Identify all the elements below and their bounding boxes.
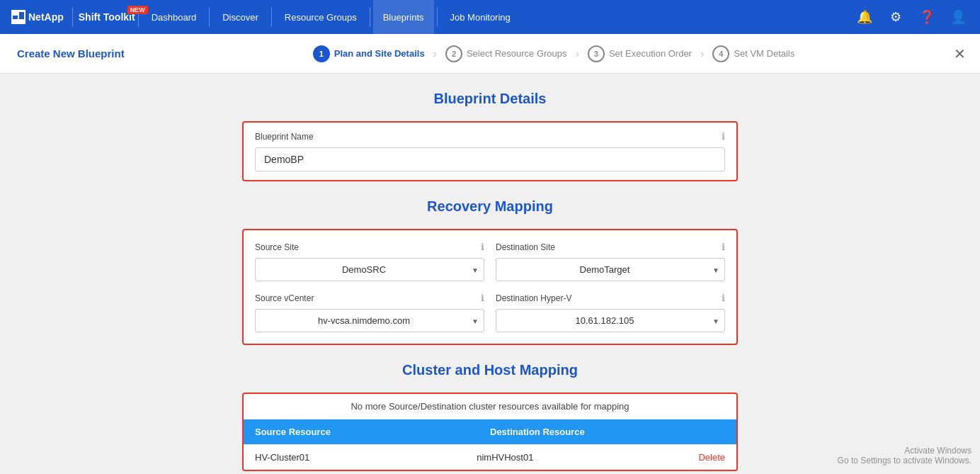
blueprint-name-input[interactable] — [255, 147, 725, 171]
wizard-step-4[interactable]: 4 Set VM Details — [712, 45, 794, 62]
bell-icon[interactable]: 🔔 — [854, 6, 875, 28]
nav-discover[interactable]: Discover — [212, 0, 268, 34]
cluster-notice: No more Source/Destination cluster resou… — [244, 394, 736, 419]
step-circle-3: 3 — [588, 45, 605, 62]
blueprint-name-info-icon: ℹ — [722, 131, 725, 142]
cluster-col-destination-header: Destination Resource — [490, 427, 725, 437]
destination-hyperv-info-icon: ℹ — [722, 293, 725, 303]
nav-divider-3 — [209, 7, 210, 27]
wizard-header: Create New Blueprint 1 Plan and Site Det… — [0, 34, 980, 74]
shift-toolkit-badge: Shift Toolkit NEW — [79, 11, 135, 23]
destination-hyperv-label-row: Destination Hyper-V ℹ — [496, 293, 725, 303]
navbar-right: 🔔 ⚙ ❓ 👤 — [854, 6, 969, 28]
navbar: NetApp Shift Toolkit NEW Dashboard Disco… — [0, 0, 980, 34]
cluster-mapping-title: Cluster and Host Mapping — [242, 362, 738, 378]
wizard-title: Create New Blueprint — [17, 47, 144, 60]
nav-divider-1 — [72, 7, 73, 27]
wizard-step-3[interactable]: 3 Set Execution Order — [588, 45, 692, 62]
step-label-2: Select Resource Groups — [467, 48, 567, 59]
source-site-label: Source Site — [255, 242, 299, 252]
step-label-3: Set Execution Order — [609, 48, 692, 59]
step-circle-1: 1 — [313, 45, 330, 62]
source-site-select[interactable]: DemoSRC — [255, 258, 484, 281]
destination-site-label: Destination Site — [496, 242, 555, 252]
help-icon[interactable]: ❓ — [916, 6, 938, 28]
nav-divider-5 — [370, 7, 370, 27]
blueprint-details-title: Blueprint Details — [23, 91, 957, 107]
destination-hyperv-group: Destination Hyper-V ℹ 10.61.182.105 ▼ — [496, 293, 725, 332]
step-label-4: Set VM Details — [734, 48, 794, 59]
cluster-mapping-section: Cluster and Host Mapping No more Source/… — [242, 362, 738, 471]
destination-site-label-row: Destination Site ℹ — [496, 242, 725, 252]
toolkit-ribbon: NEW — [127, 6, 148, 14]
source-site-info-icon: ℹ — [481, 242, 484, 252]
wizard-steps: 1 Plan and Site Details › 2 Select Resou… — [144, 45, 963, 62]
nav-blueprints[interactable]: Blueprints — [373, 0, 434, 34]
source-vcenter-label-row: Source vCenter ℹ — [255, 293, 484, 303]
close-icon[interactable]: ✕ — [954, 47, 966, 61]
blueprint-name-label-row: Blueprint Name ℹ — [255, 131, 725, 142]
svg-rect-2 — [19, 12, 24, 19]
nav-divider-6 — [437, 7, 438, 27]
blueprint-name-box: Blueprint Name ℹ — [242, 121, 738, 181]
wizard-step-2[interactable]: 2 Select Resource Groups — [445, 45, 567, 62]
blueprint-details-section: Blueprint Details Blueprint Name ℹ — [23, 91, 957, 181]
source-site-select-wrapper: DemoSRC ▼ — [255, 258, 484, 281]
destination-hyperv-select-wrapper: 10.61.182.105 ▼ — [496, 309, 725, 332]
source-site-group: Source Site ℹ DemoSRC ▼ — [255, 242, 484, 281]
gear-icon[interactable]: ⚙ — [885, 6, 906, 28]
netapp-logo: NetApp — [11, 10, 64, 24]
step-sep-1: › — [433, 47, 437, 60]
source-vcenter-group: Source vCenter ℹ hv-vcsa.nimdemo.com ▼ — [255, 293, 484, 332]
step-circle-4: 4 — [712, 45, 729, 62]
cluster-table-header: Source Resource Destination Resource — [244, 419, 736, 444]
cluster-mapping-box: No more Source/Destination cluster resou… — [242, 393, 738, 471]
nav-divider-4 — [271, 7, 272, 27]
netapp-label: NetApp — [28, 11, 64, 23]
wizard-step-1[interactable]: 1 Plan and Site Details — [313, 45, 425, 62]
recovery-mapping-title: Recovery Mapping — [23, 198, 957, 215]
source-vcenter-select[interactable]: hv-vcsa.nimdemo.com — [255, 309, 484, 332]
step-circle-2: 2 — [445, 45, 462, 62]
recovery-mapping-section: Recovery Mapping Source Site ℹ DemoSRC ▼ — [23, 198, 957, 345]
source-vcenter-label: Source vCenter — [255, 293, 314, 303]
source-vcenter-select-wrapper: hv-vcsa.nimdemo.com ▼ — [255, 309, 484, 332]
cluster-col-source-header: Source Resource — [255, 427, 490, 437]
destination-site-select-wrapper: DemoTarget ▼ — [496, 258, 725, 281]
recovery-grid: Source Site ℹ DemoSRC ▼ Destination Site — [255, 242, 725, 332]
destination-hyperv-select[interactable]: 10.61.182.105 — [496, 309, 725, 332]
destination-hyperv-label: Destination Hyper-V — [496, 293, 571, 303]
blueprint-name-label: Blueprint Name — [255, 132, 314, 142]
table-row: HV-Cluster01 nimHVHost01 Delete — [244, 444, 736, 470]
delete-button[interactable]: Delete — [698, 452, 725, 463]
nav-dashboard[interactable]: Dashboard — [142, 0, 207, 34]
cluster-row-destination: nimHVHost01 — [477, 452, 698, 463]
destination-site-select[interactable]: DemoTarget — [496, 258, 725, 281]
user-icon[interactable]: 👤 — [947, 6, 969, 28]
step-sep-2: › — [576, 47, 579, 60]
nav-job-monitoring[interactable]: Job Monitoring — [440, 0, 520, 34]
destination-site-group: Destination Site ℹ DemoTarget ▼ — [496, 242, 725, 281]
netapp-logo-icon — [11, 10, 25, 24]
nav-resource-groups[interactable]: Resource Groups — [275, 0, 367, 34]
recovery-mapping-box: Source Site ℹ DemoSRC ▼ Destination Site — [242, 229, 738, 345]
cluster-row-source: HV-Cluster01 — [255, 452, 477, 463]
source-site-label-row: Source Site ℹ — [255, 242, 484, 252]
step-sep-3: › — [700, 47, 704, 60]
step-label-1: Plan and Site Details — [334, 48, 425, 59]
svg-rect-1 — [13, 16, 18, 19]
brand: NetApp — [11, 10, 64, 24]
destination-site-info-icon: ℹ — [722, 242, 725, 252]
main-content: Blueprint Details Blueprint Name ℹ Recov… — [0, 74, 980, 474]
source-vcenter-info-icon: ℹ — [481, 293, 484, 303]
